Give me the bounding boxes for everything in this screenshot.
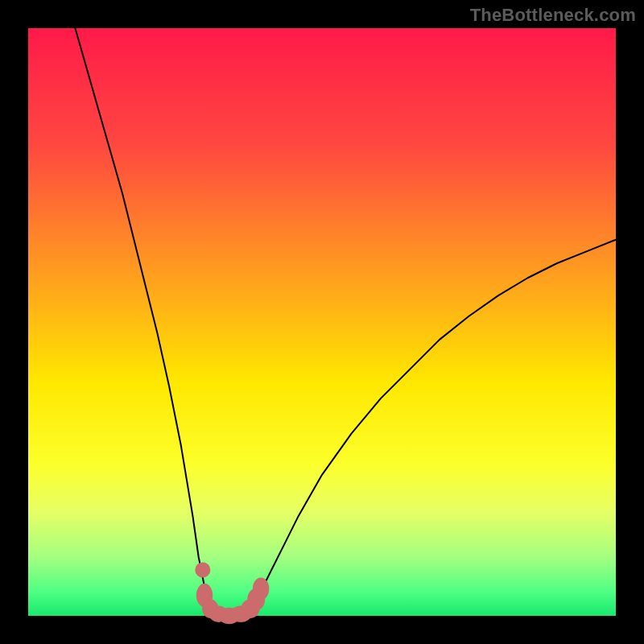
outer-frame: TheBottleneck.com [0, 0, 644, 644]
watermark-text: TheBottleneck.com [470, 5, 636, 26]
curve-markers [195, 563, 269, 625]
marker [253, 578, 269, 601]
bottleneck-curve [75, 28, 616, 616]
chart-svg [28, 28, 616, 616]
marker [195, 563, 210, 578]
plot-area [28, 28, 616, 616]
